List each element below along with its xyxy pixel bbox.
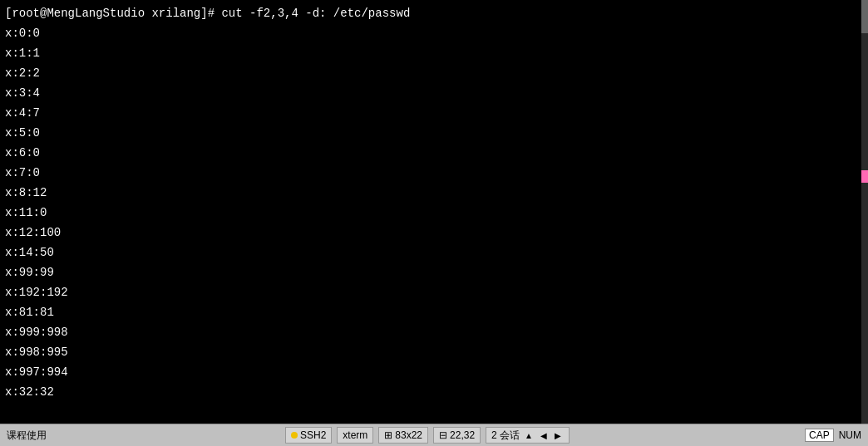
cap-indicator: CAP bbox=[805, 429, 834, 442]
ssh-indicator: SSH2 bbox=[285, 427, 332, 444]
output-line: x:4:7 bbox=[5, 103, 856, 123]
sessions-up[interactable]: ▲ bbox=[522, 430, 535, 441]
output-line: x:5:0 bbox=[5, 123, 856, 143]
ssh-dot bbox=[291, 432, 298, 439]
output-line: x:8:12 bbox=[5, 183, 856, 203]
output-line: x:32:32 bbox=[5, 382, 856, 402]
dimensions-icon: ⊞ bbox=[384, 429, 392, 441]
output-line: x:998:995 bbox=[5, 342, 856, 362]
sessions-indicator: 2 会话 ▲ ◀ ▶ bbox=[486, 427, 570, 444]
position-label: 22,32 bbox=[450, 429, 475, 441]
xterm-label: xterm bbox=[343, 429, 367, 441]
output-line: x:11:0 bbox=[5, 203, 856, 223]
num-indicator: NUM bbox=[836, 429, 865, 441]
sessions-label: 2 会话 bbox=[491, 429, 520, 443]
statusbar-center: SSH2 xterm ⊞ 83x22 ⊟ 22,32 2 会话 ▲ ◀ ▶ bbox=[53, 427, 801, 444]
output-line: x:0:0 bbox=[5, 23, 856, 43]
output-line: x:14:50 bbox=[5, 243, 856, 262]
dimensions-label: 83x22 bbox=[395, 429, 422, 441]
statusbar-right: CAP NUM bbox=[801, 429, 868, 442]
output-line: x:12:100 bbox=[5, 223, 856, 243]
output-line: x:997:994 bbox=[5, 362, 856, 382]
statusbar-left-text: 课程使用 bbox=[0, 429, 53, 443]
output-line: x:7:0 bbox=[5, 163, 856, 183]
ssh-label: SSH2 bbox=[300, 429, 326, 441]
sessions-nav-next[interactable]: ▶ bbox=[552, 430, 564, 441]
output-line: x:2:2 bbox=[5, 63, 856, 83]
position-indicator: ⊟ 22,32 bbox=[433, 427, 481, 444]
output-line: x:81:81 bbox=[5, 302, 856, 322]
output-line: x:99:99 bbox=[5, 262, 856, 282]
terminal-area[interactable]: [root@MengLangStudio xrilang]# cut -f2,3… bbox=[0, 0, 861, 424]
output-line: x:3:4 bbox=[5, 83, 856, 103]
output-line: x:6:0 bbox=[5, 143, 856, 163]
xterm-indicator: xterm bbox=[337, 427, 373, 444]
output-line: x:1:1 bbox=[5, 43, 856, 63]
output-line: x:192:192 bbox=[5, 282, 856, 302]
dimensions-indicator: ⊞ 83x22 bbox=[378, 427, 428, 444]
scrollbar-thumb[interactable] bbox=[861, 0, 868, 33]
position-icon: ⊟ bbox=[439, 429, 447, 441]
command-line: [root@MengLangStudio xrilang]# cut -f2,3… bbox=[5, 3, 856, 23]
statusbar: 课程使用 SSH2 xterm ⊞ 83x22 ⊟ 22,32 2 会话 ▲ ◀… bbox=[0, 424, 868, 446]
pink-indicator bbox=[861, 170, 868, 183]
sessions-nav-prev[interactable]: ◀ bbox=[538, 430, 550, 441]
output-line: x:999:998 bbox=[5, 322, 856, 342]
scrollbar[interactable] bbox=[861, 0, 868, 424]
